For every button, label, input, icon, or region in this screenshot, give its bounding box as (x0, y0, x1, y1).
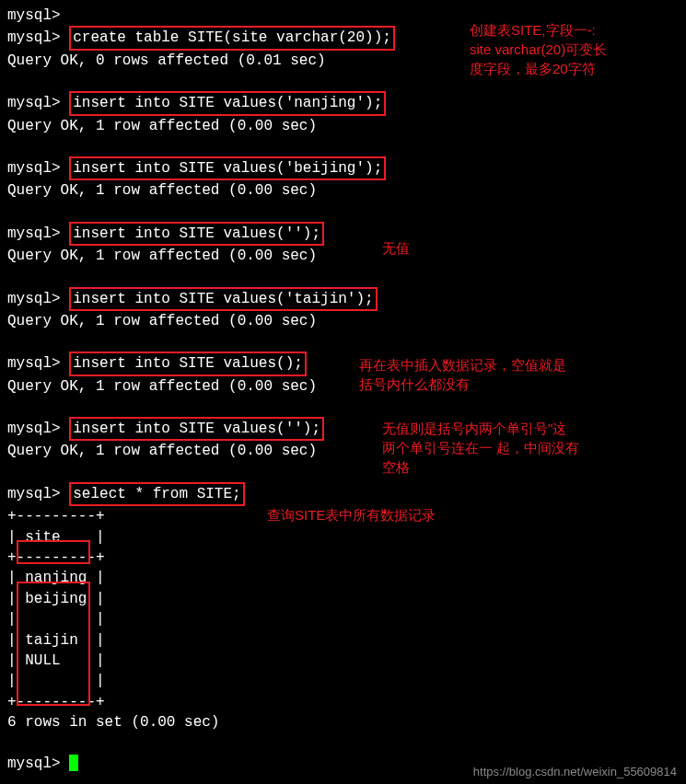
cmd-create-table: create table SITE(site varchar(20)); (69, 26, 395, 50)
cmd-insert-empty: insert into SITE values(''); (69, 222, 324, 246)
prompt: mysql> (7, 291, 61, 307)
prompt: mysql> (7, 95, 61, 111)
table-row: | | (7, 671, 679, 691)
prompt: mysql> (7, 225, 61, 242)
prompt: mysql> (7, 7, 61, 24)
cmd-line-5[interactable]: mysql> insert into SITE values('taijin')… (7, 287, 679, 311)
cmd-line-2[interactable]: mysql> insert into SITE values('nanjing'… (7, 91, 679, 115)
result-line-4: Query OK, 1 row affected (0.00 sec) (7, 246, 679, 266)
annotation-create-table: 创建表SITE,字段一-: site varchar(20)可变长 度字段，最多… (470, 20, 681, 78)
watermark: https://blog.csdn.net/weixin_55609814 (473, 764, 677, 780)
cmd-line-4[interactable]: mysql> insert into SITE values(''); (7, 222, 679, 246)
prompt: mysql> (7, 486, 61, 502)
table-row: | nanjing | (7, 568, 679, 588)
result-line-5: Query OK, 1 row affected (0.00 sec) (7, 311, 679, 331)
cmd-select: select * from SITE; (69, 482, 244, 506)
table-data-box (17, 582, 90, 706)
annotation-empty-quotes: 无值则是括号内两个单引号"这 两个单引号连在一 起，中间没有 空格 (382, 419, 686, 477)
cmd-insert-null: insert into SITE values(); (69, 352, 307, 375)
prompt: mysql> (7, 421, 61, 437)
result-line-3: Query OK, 1 row affected (0.00 sec) (7, 180, 679, 201)
result-line-2: Query OK, 1 row affected (0.00 sec) (7, 116, 679, 136)
cmd-line-8[interactable]: mysql> select * from SITE; (7, 482, 679, 506)
cmd-insert-nanjing: insert into SITE values('nanjing'); (69, 91, 386, 115)
annotation-select: 查询SITE表中所有数据记录 (267, 505, 436, 525)
table-separator: +---------+ (7, 548, 679, 568)
prompt: mysql> (7, 755, 61, 772)
prompt: mysql> (7, 160, 61, 177)
cmd-line-3[interactable]: mysql> insert into SITE values('beijing'… (7, 156, 679, 180)
table-header: | site | (7, 527, 679, 548)
cmd-insert-taijin: insert into SITE values('taijin'); (69, 287, 377, 311)
table-separator: +---------+ (7, 692, 679, 712)
cmd-insert-beijing: insert into SITE values('beijing'); (69, 156, 386, 180)
annotation-no-value: 无值 (382, 238, 410, 258)
table-header-box (17, 540, 90, 564)
cmd-insert-empty2: insert into SITE values(''); (69, 417, 324, 441)
table-row: | NULL | (7, 651, 679, 671)
summary-line: 6 rows in set (0.00 sec) (7, 712, 679, 732)
table-row: | taijin | (7, 630, 679, 651)
cursor-icon (69, 755, 78, 771)
table-row: | beijing | (7, 589, 679, 609)
prompt: mysql> (7, 29, 61, 46)
table-row: | | (7, 609, 679, 629)
prompt: mysql> (7, 355, 61, 372)
annotation-null-value: 再在表中插入数据记录，空值就是 括号内什么都没有 (359, 355, 681, 394)
